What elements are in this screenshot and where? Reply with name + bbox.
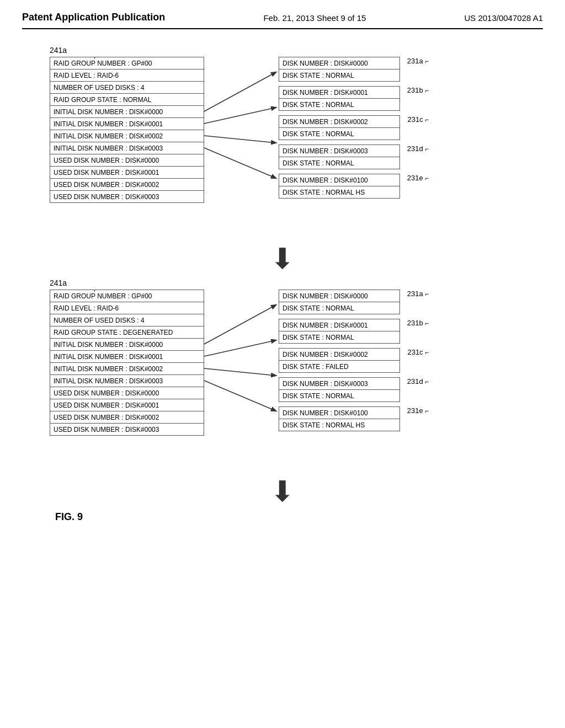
raid-table-cell: NUMBER OF USED DISKS : 4 — [50, 82, 204, 94]
disk-table-cell: DISK STATE : NORMAL — [279, 331, 400, 344]
publication-number: US 2013/0047028 A1 — [464, 11, 543, 23]
disk-ref-label: 231c ⌐ — [407, 348, 429, 356]
raid-table-cell: USED DISK NUMBER : DISK#0002 — [50, 411, 204, 424]
disk-item: DISK NUMBER : DISK#0001DISK STATE : NORM… — [279, 319, 400, 344]
raid-table-cell: INITIAL DISK NUMBER : DISK#0003 — [50, 375, 204, 387]
svg-line-4 — [204, 305, 276, 344]
raid-table-cell: NUMBER OF USED DISKS : 4 — [50, 314, 204, 326]
raid-table-cell: USED DISK NUMBER : DISK#0002 — [50, 179, 204, 191]
disk-table: DISK NUMBER : DISK#0003DISK STATE : NORM… — [279, 377, 400, 402]
disk-ref-label: 231d ⌐ — [407, 144, 429, 153]
down-arrow-2: ⬇ — [89, 477, 476, 506]
raid-table-cell: USED DISK NUMBER : DISK#0000 — [50, 154, 204, 167]
disk-ref-label: 231c ⌐ — [407, 115, 429, 124]
disk-table: DISK NUMBER : DISK#0002DISK STATE : FAIL… — [279, 348, 400, 373]
top-raid-table-container: RAID GROUP NUMBER : GP#00RAID LEVEL : RA… — [50, 57, 204, 203]
disk-table-cell: DISK NUMBER : DISK#0100 — [279, 174, 400, 186]
disk-table-cell: DISK NUMBER : DISK#0000 — [279, 57, 400, 69]
svg-line-7 — [204, 381, 276, 411]
raid-table-cell: RAID LEVEL : RAID-6 — [50, 69, 204, 82]
disk-item: DISK NUMBER : DISK#0100DISK STATE : NORM… — [279, 406, 400, 431]
disk-ref-label: 231d ⌐ — [407, 377, 429, 386]
top-disks: DISK NUMBER : DISK#0000DISK STATE : NORM… — [279, 57, 400, 203]
disk-ref-label: 231a ⌐ — [407, 57, 429, 65]
disk-table: DISK NUMBER : DISK#0001DISK STATE : NORM… — [279, 86, 400, 111]
disk-table-cell: DISK NUMBER : DISK#0001 — [279, 87, 400, 99]
raid-table-cell: USED DISK NUMBER : DISK#0001 — [50, 399, 204, 411]
raid-table-cell: USED DISK NUMBER : DISK#0003 — [50, 424, 204, 436]
down-arrow-1: ⬇ — [89, 244, 476, 273]
disk-ref-label: 231e ⌐ — [407, 406, 429, 415]
disk-table-cell: DISK NUMBER : DISK#0002 — [279, 349, 400, 361]
svg-line-6 — [204, 368, 276, 376]
top-raid-table: RAID GROUP NUMBER : GP#00RAID LEVEL : RA… — [50, 57, 204, 203]
disk-table-cell: DISK STATE : NORMAL — [279, 302, 400, 314]
disk-item: DISK NUMBER : DISK#0100DISK STATE : NORM… — [279, 174, 400, 199]
disk-item: DISK NUMBER : DISK#0000DISK STATE : NORM… — [279, 57, 400, 82]
raid-table-cell: INITIAL DISK NUMBER : DISK#0002 — [50, 130, 204, 142]
raid-table-cell: USED DISK NUMBER : DISK#0003 — [50, 191, 204, 203]
disk-table-cell: DISK STATE : NORMAL — [279, 99, 400, 111]
disk-table-cell: DISK NUMBER : DISK#0000 — [279, 290, 400, 302]
figure-label: FIG. 9 — [55, 511, 543, 523]
svg-line-1 — [204, 108, 276, 124]
raid-table-cell: INITIAL DISK NUMBER : DISK#0001 — [50, 351, 204, 363]
top-diagram: 241a ⌐ RAID GROUP NUMBER : GP#00RAID LEV… — [22, 46, 552, 244]
svg-line-3 — [204, 148, 276, 178]
svg-line-0 — [204, 72, 276, 111]
bottom-disks: DISK NUMBER : DISK#0000DISK STATE : NORM… — [279, 290, 400, 436]
top-raid-label: 241a — [50, 46, 67, 55]
disk-item: DISK NUMBER : DISK#0002DISK STATE : FAIL… — [279, 348, 400, 373]
publication-date-sheet: Feb. 21, 2013 Sheet 9 of 15 — [263, 11, 366, 23]
raid-table-cell: INITIAL DISK NUMBER : DISK#0003 — [50, 142, 204, 154]
publication-title: Patent Application Publication — [22, 11, 165, 24]
disk-item: DISK NUMBER : DISK#0003DISK STATE : NORM… — [279, 377, 400, 402]
bottom-raid-table: RAID GROUP NUMBER : GP#00RAID LEVEL : RA… — [50, 290, 204, 436]
disk-table: DISK NUMBER : DISK#0000DISK STATE : NORM… — [279, 57, 400, 82]
disk-table-cell: DISK STATE : NORMAL — [279, 157, 400, 169]
disk-table-cell: DISK STATE : NORMAL — [279, 69, 400, 82]
raid-table-cell: RAID GROUP NUMBER : GP#00 — [50, 290, 204, 302]
disk-table-cell: DISK NUMBER : DISK#0001 — [279, 319, 400, 331]
page: Patent Application Publication Feb. 21, … — [0, 0, 565, 728]
raid-table-cell: RAID GROUP STATE : NORMAL — [50, 94, 204, 106]
disk-table-cell: DISK STATE : NORMAL HS — [279, 186, 400, 199]
disk-table-cell: DISK NUMBER : DISK#0100 — [279, 407, 400, 419]
disk-ref-label: 231a ⌐ — [407, 290, 429, 298]
bottom-raid-table-container: RAID GROUP NUMBER : GP#00RAID LEVEL : RA… — [50, 290, 204, 436]
disk-item: DISK NUMBER : DISK#0000DISK STATE : NORM… — [279, 290, 400, 314]
raid-table-cell: USED DISK NUMBER : DISK#0001 — [50, 167, 204, 179]
disk-ref-label: 231e ⌐ — [407, 174, 429, 182]
raid-table-cell: RAID GROUP NUMBER : GP#00 — [50, 57, 204, 69]
bottom-diagram: 241a ⌐ RAID GROUP NUMBER : GP#00RAID LEV… — [22, 279, 552, 477]
svg-line-5 — [204, 340, 276, 356]
disk-table: DISK NUMBER : DISK#0003DISK STATE : NORM… — [279, 144, 400, 169]
disk-ref-label: 231b ⌐ — [407, 86, 429, 94]
disk-table-cell: DISK STATE : NORMAL — [279, 390, 400, 402]
raid-table-cell: INITIAL DISK NUMBER : DISK#0000 — [50, 106, 204, 118]
disk-table-cell: DISK STATE : NORMAL — [279, 128, 400, 140]
disk-table-cell: DISK STATE : NORMAL HS — [279, 419, 400, 431]
disk-table: DISK NUMBER : DISK#0001DISK STATE : NORM… — [279, 319, 400, 344]
disk-table: DISK NUMBER : DISK#0100DISK STATE : NORM… — [279, 406, 400, 431]
disk-table-cell: DISK NUMBER : DISK#0003 — [279, 378, 400, 390]
bottom-raid-label: 241a — [50, 279, 67, 287]
raid-table-cell: INITIAL DISK NUMBER : DISK#0001 — [50, 118, 204, 130]
disk-table: DISK NUMBER : DISK#0100DISK STATE : NORM… — [279, 174, 400, 199]
raid-table-cell: RAID LEVEL : RAID-6 — [50, 302, 204, 314]
page-header: Patent Application Publication Feb. 21, … — [22, 11, 543, 29]
raid-table-cell: INITIAL DISK NUMBER : DISK#0002 — [50, 363, 204, 375]
disk-ref-label: 231b ⌐ — [407, 319, 429, 327]
disk-item: DISK NUMBER : DISK#0002DISK STATE : NORM… — [279, 115, 400, 140]
raid-table-cell: INITIAL DISK NUMBER : DISK#0000 — [50, 339, 204, 351]
disk-item: DISK NUMBER : DISK#0003DISK STATE : NORM… — [279, 144, 400, 169]
raid-table-cell: RAID GROUP STATE : DEGENERATED — [50, 326, 204, 339]
disk-table-cell: DISK NUMBER : DISK#0002 — [279, 116, 400, 128]
disk-table-cell: DISK NUMBER : DISK#0003 — [279, 145, 400, 157]
disk-table-cell: DISK STATE : FAILED — [279, 361, 400, 373]
disk-table: DISK NUMBER : DISK#0000DISK STATE : NORM… — [279, 290, 400, 314]
disk-item: DISK NUMBER : DISK#0001DISK STATE : NORM… — [279, 86, 400, 111]
raid-table-cell: USED DISK NUMBER : DISK#0000 — [50, 387, 204, 399]
svg-line-2 — [204, 136, 276, 143]
disk-table: DISK NUMBER : DISK#0002DISK STATE : NORM… — [279, 115, 400, 140]
